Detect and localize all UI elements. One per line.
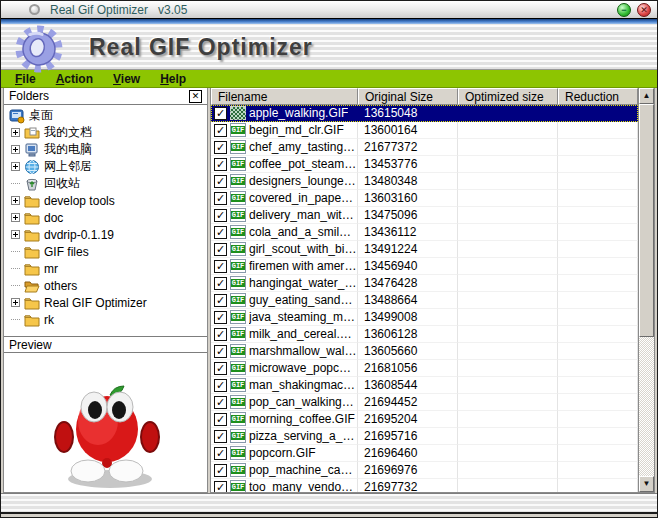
file-checkbox[interactable]: ✓ bbox=[214, 192, 227, 205]
file-checkbox[interactable]: ✓ bbox=[214, 311, 227, 324]
expand-plus-icon[interactable] bbox=[11, 128, 20, 137]
file-row-pizza-serving-a-slice-[interactable]: ✓pizza_serving_a_slice...21695716 bbox=[211, 428, 638, 445]
tree-item-real-gif-optimizer[interactable]: Real GIF Optimizer bbox=[4, 294, 207, 311]
scrollbar-track[interactable] bbox=[639, 337, 654, 476]
file-name: girl_scout_with_big_c... bbox=[249, 242, 357, 256]
menu-item-view[interactable]: View bbox=[103, 72, 150, 86]
tree-item-mr[interactable]: mr bbox=[4, 260, 207, 277]
minimize-button[interactable]: − bbox=[617, 3, 631, 17]
file-checkbox[interactable]: ✓ bbox=[214, 328, 227, 341]
file-row-designers-lounge-ma-[interactable]: ✓designers_lounge_ma...13480348 bbox=[211, 173, 638, 190]
file-row-pop-can-walking-lg-[interactable]: ✓pop_can_walking_lg...21694452 bbox=[211, 394, 638, 411]
expand-plus-icon[interactable] bbox=[11, 162, 20, 171]
close-folders-panel-button[interactable]: ✕ bbox=[189, 90, 202, 103]
reduction-cell bbox=[558, 309, 638, 326]
tree-item-回收站[interactable]: 回收站 bbox=[4, 175, 207, 192]
file-checkbox[interactable]: ✓ bbox=[214, 294, 227, 307]
column-header-original-size[interactable]: Original Size bbox=[358, 88, 458, 105]
computer-icon bbox=[23, 142, 40, 158]
file-row-coffee-pot-steaming-[interactable]: ✓coffee_pot_steaming...13453776 bbox=[211, 156, 638, 173]
menu-item-help[interactable]: Help bbox=[150, 72, 196, 86]
expand-plus-icon[interactable] bbox=[11, 145, 20, 154]
close-button[interactable]: ✕ bbox=[637, 3, 651, 17]
file-checkbox[interactable]: ✓ bbox=[214, 260, 227, 273]
file-checkbox[interactable]: ✓ bbox=[214, 107, 227, 120]
file-row-guy-eating-sandwich-[interactable]: ✓guy_eating_sandwich...13488664 bbox=[211, 292, 638, 309]
tree-connector bbox=[11, 285, 20, 286]
file-checkbox[interactable]: ✓ bbox=[214, 277, 227, 290]
file-row-microwave-popcorn-[interactable]: ✓microwave_popcorn....21681056 bbox=[211, 360, 638, 377]
file-checkbox[interactable]: ✓ bbox=[214, 413, 227, 426]
file-row-pop-machine-can-dr-[interactable]: ✓pop_machine_can_dr...21696976 bbox=[211, 462, 638, 479]
tree-item-我的文档[interactable]: 我的文档 bbox=[4, 124, 207, 141]
reduction-cell bbox=[558, 207, 638, 224]
vertical-scrollbar[interactable]: ▲ ▼ bbox=[638, 88, 654, 492]
menu-rest: elp bbox=[169, 72, 186, 86]
file-checkbox[interactable]: ✓ bbox=[214, 175, 227, 188]
file-checkbox[interactable]: ✓ bbox=[214, 430, 227, 443]
file-checkbox[interactable]: ✓ bbox=[214, 124, 227, 137]
file-checkbox[interactable]: ✓ bbox=[214, 379, 227, 392]
file-row-popcorn-gif[interactable]: ✓popcorn.GIF21696460 bbox=[211, 445, 638, 462]
tree-item-develop-tools[interactable]: develop tools bbox=[4, 192, 207, 209]
file-checkbox[interactable]: ✓ bbox=[214, 226, 227, 239]
optimized-size-cell bbox=[458, 241, 558, 258]
file-checkbox[interactable]: ✓ bbox=[214, 464, 227, 477]
column-header-optimized-size[interactable]: Optimized size bbox=[458, 88, 558, 105]
reduction-cell bbox=[558, 343, 638, 360]
tree-item-dvdrip-0.1.19[interactable]: dvdrip-0.1.19 bbox=[4, 226, 207, 243]
expand-plus-icon[interactable] bbox=[11, 298, 20, 307]
tree-item-gif-files[interactable]: GIF files bbox=[4, 243, 207, 260]
column-header-reduction[interactable]: Reduction bbox=[558, 88, 638, 105]
expand-plus-icon[interactable] bbox=[11, 213, 20, 222]
file-row-apple-walking-gif[interactable]: ✓apple_walking.GIF13615048 bbox=[211, 105, 638, 122]
tree-item-others[interactable]: others bbox=[4, 277, 207, 294]
file-row-too-many-vendors-gif[interactable]: ✓too_many_vendors.GIF21697732 bbox=[211, 479, 638, 492]
file-checkbox[interactable]: ✓ bbox=[214, 362, 227, 375]
folders-panel-title: Folders bbox=[9, 89, 49, 103]
scroll-up-button[interactable]: ▲ bbox=[639, 88, 654, 104]
file-row-cola-and-a-smile-gif[interactable]: ✓cola_and_a_smile.GIF13436112 bbox=[211, 224, 638, 241]
tree-item-rk[interactable]: rk bbox=[4, 311, 207, 328]
column-header-filename[interactable]: Filename bbox=[211, 88, 358, 105]
reduction-cell bbox=[558, 479, 638, 492]
original-size-cell: 13600164 bbox=[358, 122, 458, 139]
file-checkbox[interactable]: ✓ bbox=[214, 345, 227, 358]
tree-item-label: dvdrip-0.1.19 bbox=[44, 228, 114, 242]
file-checkbox[interactable]: ✓ bbox=[214, 141, 227, 154]
file-checkbox[interactable]: ✓ bbox=[214, 209, 227, 222]
file-name: pop_can_walking_lg... bbox=[249, 395, 357, 409]
file-row-milk-and-cereal-gif[interactable]: ✓milk_and_cereal.GIF13606128 bbox=[211, 326, 638, 343]
file-row-begin-md-clr-gif[interactable]: ✓begin_md_clr.GIF13600164 bbox=[211, 122, 638, 139]
scroll-down-button[interactable]: ▼ bbox=[639, 476, 654, 492]
file-row-morning-coffee-gif[interactable]: ✓morning_coffee.GIF21695204 bbox=[211, 411, 638, 428]
expand-plus-icon[interactable] bbox=[11, 230, 20, 239]
reduction-cell bbox=[558, 445, 638, 462]
folder-icon bbox=[23, 210, 40, 226]
expand-plus-icon[interactable] bbox=[11, 196, 20, 205]
file-row-delivery-man-with-b-[interactable]: ✓delivery_man_with_b...13475096 bbox=[211, 207, 638, 224]
scrollbar-thumb[interactable] bbox=[639, 104, 654, 337]
file-row-firemen-with-american-[interactable]: ✓firemen with american...13456940 bbox=[211, 258, 638, 275]
tree-item-我的电脑[interactable]: 我的电脑 bbox=[4, 141, 207, 158]
file-row-girl-scout-with-big-c-[interactable]: ✓girl_scout_with_big_c...13491224 bbox=[211, 241, 638, 258]
gif-file-icon bbox=[230, 412, 246, 426]
file-checkbox[interactable]: ✓ bbox=[214, 158, 227, 171]
file-row-covered-in-papers-gif[interactable]: ✓covered_in_papers.GIF13603160 bbox=[211, 190, 638, 207]
file-row-marshmallow-walking-[interactable]: ✓marshmallow_walking...13605660 bbox=[211, 343, 638, 360]
file-checkbox[interactable]: ✓ bbox=[214, 243, 227, 256]
folder-icon bbox=[23, 227, 40, 243]
file-checkbox[interactable]: ✓ bbox=[214, 447, 227, 460]
tree-item-doc[interactable]: doc bbox=[4, 209, 207, 226]
file-row-java-steaming-md-cl-[interactable]: ✓java_steaming_md_cl...13499008 bbox=[211, 309, 638, 326]
file-name: apple_walking.GIF bbox=[249, 106, 348, 120]
tree-item-桌面[interactable]: 桌面 bbox=[4, 107, 207, 124]
gif-file-icon bbox=[230, 361, 246, 375]
file-row-man-shakingmachine-[interactable]: ✓man_shakingmachine...13608544 bbox=[211, 377, 638, 394]
file-list: FilenameOriginal SizeOptimized sizeReduc… bbox=[211, 88, 638, 492]
tree-item-网上邻居[interactable]: 网上邻居 bbox=[4, 158, 207, 175]
file-row-chef-amy-tasting-fro-[interactable]: ✓chef_amy_tasting_fro...21677372 bbox=[211, 139, 638, 156]
file-checkbox[interactable]: ✓ bbox=[214, 481, 227, 493]
file-checkbox[interactable]: ✓ bbox=[214, 396, 227, 409]
file-row-hangingat-water-coo-[interactable]: ✓hangingat_water_coo...13476428 bbox=[211, 275, 638, 292]
